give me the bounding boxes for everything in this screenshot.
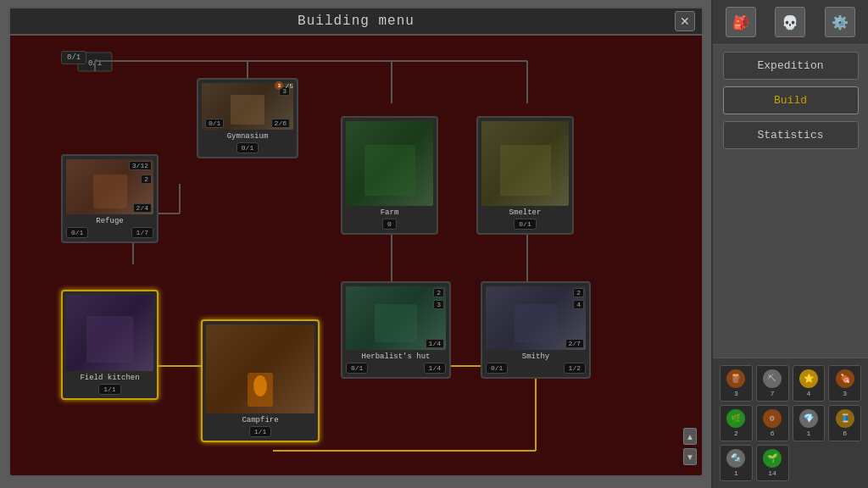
- stone-icon: ⛏: [763, 369, 782, 388]
- metal-icon: ⚙: [763, 409, 782, 428]
- fieldkitchen-counter: 1/1: [98, 384, 120, 395]
- fieldkitchen-card[interactable]: Field kitchen 1/1: [61, 290, 159, 400]
- food-icon: 🍖: [836, 369, 854, 388]
- extra-count: 14: [768, 469, 776, 477]
- smelter-card[interactable]: Smelter 0/1: [476, 116, 574, 235]
- refuge-label: Refuge: [66, 217, 153, 225]
- gold-icon: ⭐: [799, 369, 818, 388]
- gymnasium-card[interactable]: 3 /5 3 2/6 0/1 Gymnasium 0/1: [197, 78, 298, 158]
- scroll-down-button[interactable]: ▼: [683, 448, 697, 465]
- scroll-up-button[interactable]: ▲: [683, 428, 697, 445]
- close-button[interactable]: ✕: [675, 11, 695, 31]
- refuge-counter2: 1/7: [131, 227, 153, 238]
- herbalist-label: Herbalist's hut: [346, 352, 446, 361]
- right-sidebar: 🎒 💀 ⚙️ Expedition Build Statistics 🪵 3 ⛏…: [711, 0, 868, 488]
- smithy-counter1: 0/1: [486, 363, 508, 374]
- farm-label: Farm: [346, 208, 433, 217]
- resource-item-stone: ⛏ 7: [756, 365, 789, 402]
- crystal-icon: 🔩: [726, 449, 745, 468]
- herb-count: 2: [734, 430, 738, 437]
- herbalist-counter2: 1/4: [424, 363, 446, 374]
- smithy-counter2: 1/2: [564, 363, 586, 374]
- smithy-label: Smithy: [486, 352, 586, 361]
- smelter-label: Smelter: [481, 208, 569, 217]
- menu-content: 0/1: [10, 36, 702, 470]
- statistics-button[interactable]: Statistics: [723, 121, 859, 149]
- build-button[interactable]: Build: [723, 86, 859, 114]
- skull-icon-button[interactable]: 💀: [775, 7, 805, 37]
- resource-item-cloth: 🧵 6: [828, 405, 861, 441]
- cloth-count: 6: [843, 430, 847, 437]
- inventory-icon-button[interactable]: 🎒: [726, 7, 756, 37]
- resource-item-ore: 💎 1: [793, 405, 826, 441]
- farm-counter: 0: [382, 219, 397, 230]
- fieldkitchen-label: Field kitchen: [66, 374, 153, 382]
- skull-icon: 💀: [782, 14, 798, 30]
- sidebar-top-icons: 🎒 💀 ⚙️: [713, 0, 868, 45]
- gymnasium-label: Gymnasium: [202, 132, 293, 141]
- farm-card[interactable]: Farm 0: [341, 116, 438, 235]
- ore-count: 1: [806, 430, 810, 437]
- gold-count: 4: [806, 390, 810, 397]
- resource-item-crystal: 🔩 1: [720, 445, 753, 481]
- cloth-icon: 🧵: [836, 409, 854, 428]
- svg-text:0/1: 0/1: [88, 59, 102, 68]
- herb-icon: 🌿: [726, 409, 745, 428]
- wood-count: 3: [734, 390, 738, 397]
- crystal-count: 1: [734, 469, 738, 477]
- menu-title: Building menu: [298, 14, 415, 29]
- sidebar-resources: 🪵 3 ⛏ 7 ⭐ 4 🍖 3 🌿 2 ⚙ 6: [713, 358, 868, 488]
- gymnasium-counter: 0/1: [236, 142, 259, 153]
- campfire-counter: 1/1: [249, 426, 271, 437]
- resource-item-wood: 🪵 3: [720, 365, 753, 402]
- resource-item-extra: 🌱 14: [756, 445, 789, 481]
- smithy-card[interactable]: 2 4 2/7 Smithy 0/1 1/2: [481, 281, 591, 379]
- inventory-icon: 🎒: [732, 14, 749, 30]
- resource-item-metal: ⚙ 6: [756, 405, 789, 441]
- building-menu: Building menu ✕ 0/1: [8, 7, 704, 477]
- campfire-label: Campfire: [206, 416, 314, 424]
- resource-grid: 🪵 3 ⛏ 7 ⭐ 4 🍖 3 🌿 2 ⚙ 6: [720, 365, 861, 481]
- smelter-counter: 0/1: [514, 219, 536, 230]
- stone-count: 7: [771, 390, 775, 397]
- resource-item-food: 🍖 3: [828, 365, 861, 402]
- food-count: 3: [843, 390, 847, 397]
- ore-icon: 💎: [799, 409, 818, 428]
- menu-header: Building menu ✕: [10, 8, 702, 36]
- refuge-counter1: 0/1: [66, 227, 88, 238]
- expedition-button[interactable]: Expedition: [723, 52, 859, 80]
- herbalist-counter1: 0/1: [346, 363, 368, 374]
- settings-icon: ⚙️: [832, 14, 849, 30]
- extra-icon: 🌱: [763, 449, 782, 468]
- connection-lines: 0/1: [10, 36, 702, 470]
- campfire-card[interactable]: Campfire 1/1: [201, 319, 320, 442]
- resource-item-herb: 🌿 2: [720, 405, 753, 441]
- top-counter-card: 0/1: [61, 51, 86, 64]
- settings-icon-button[interactable]: ⚙️: [825, 7, 855, 37]
- wood-icon: 🪵: [726, 369, 745, 388]
- herbalist-card[interactable]: 2 3 1/4 Herbalist's hut 0/1 1/4: [341, 281, 451, 379]
- resource-item-gold: ⭐ 4: [793, 365, 826, 402]
- metal-count: 6: [771, 430, 775, 437]
- refuge-card[interactable]: 3/12 2 2/4 Refuge 0/1 1/7: [61, 154, 159, 243]
